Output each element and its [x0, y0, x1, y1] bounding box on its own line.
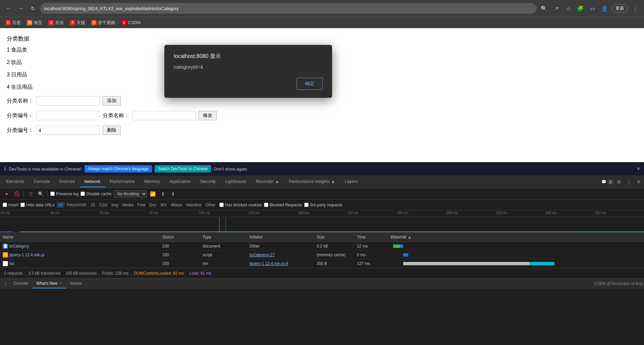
disable-cache-checkbox[interactable]: Disable cache [80, 192, 111, 196]
search-button[interactable]: 🔍 [37, 190, 45, 198]
tab-performance[interactable]: Performance [105, 176, 139, 187]
bottom-tab-whats-new[interactable]: What's New × [32, 279, 66, 288]
bookmark-button[interactable]: ☆ [564, 4, 573, 13]
filter-js[interactable]: JS [89, 202, 97, 208]
tab-perf-insights[interactable]: Performance insights ▲ [284, 176, 340, 187]
more-menu-button[interactable]: ⋮ [631, 4, 640, 13]
alert-ok-button[interactable]: 确定 [297, 78, 323, 90]
col-header-waterfall[interactable]: Waterfall ▲ [390, 235, 643, 239]
dont-show-again-link[interactable]: Don't show again [214, 166, 247, 171]
filter-font[interactable]: Font [136, 202, 147, 208]
edit-name-input[interactable] [132, 111, 196, 120]
tab-layers[interactable]: Layers [340, 176, 362, 187]
tab-console[interactable]: Console [29, 176, 54, 187]
col-header-initiator[interactable]: Initiator [250, 235, 317, 239]
record-button[interactable]: ● [3, 190, 11, 198]
filter-wasm[interactable]: Wasm [169, 202, 184, 208]
network-row-jquery[interactable]: JS jquery-1.12.4.min.js 200 script toCat… [0, 251, 644, 259]
tab-recorder[interactable]: Recorder ▲ [251, 176, 284, 187]
timeline-area[interactable]: 20 ms 40 ms 60 ms 80 ms 100 ms 120 ms 14… [0, 210, 644, 232]
invert-input[interactable] [3, 203, 7, 207]
edit-button[interactable]: 修改 [199, 111, 217, 120]
network-row-list[interactable]: list 200 xhr jquery-1.12.4.min.js:4 350 … [0, 259, 644, 268]
filter-media[interactable]: Media [120, 202, 135, 208]
tab-sources[interactable]: Sources [54, 176, 80, 187]
filter-doc[interactable]: Doc [148, 202, 158, 208]
tab-security[interactable]: Security [195, 176, 220, 187]
back-button[interactable]: ← [4, 4, 13, 13]
col-header-status[interactable]: Status [162, 235, 203, 239]
bookmark-tianmao[interactable]: 天 天猫 [67, 18, 88, 27]
account-button[interactable]: 👤 [600, 4, 609, 13]
row-initiator-list[interactable]: jquery-1.12.4.min.js:4 [250, 261, 317, 266]
invert-checkbox[interactable]: Invert [3, 203, 18, 207]
blocked-requests-checkbox[interactable]: Blocked Requests [264, 203, 302, 207]
blocked-cookies-input[interactable] [219, 203, 224, 207]
notification-close-button[interactable]: × [637, 166, 640, 172]
bookmark-suning[interactable]: 苏 苏宁易购 [89, 18, 118, 27]
preserve-log-input[interactable] [50, 192, 55, 196]
filter-css[interactable]: CSS [98, 202, 109, 208]
blocked-cookies-checkbox[interactable]: Has blocked cookies [219, 203, 262, 207]
download-button[interactable]: ⬇ [169, 190, 177, 198]
col-header-type[interactable]: Type [203, 235, 250, 239]
delete-button[interactable]: 删除 [103, 126, 121, 135]
devtools-close-button[interactable]: ✕ [635, 178, 643, 186]
disable-cache-input[interactable] [80, 192, 85, 196]
edit-id-input[interactable] [36, 111, 100, 120]
bookmark-csdn[interactable]: C CSDN [119, 19, 143, 27]
tab-network[interactable]: Network [80, 176, 105, 187]
update-button[interactable]: 更新 [612, 4, 628, 13]
address-bar[interactable]: localhost:8080/spring_0824_KTLX2_war_exp… [40, 3, 537, 14]
upload-button[interactable]: ⬆ [159, 190, 167, 198]
online-icon-btn[interactable]: 📶 [149, 190, 157, 198]
third-party-input[interactable] [304, 203, 309, 207]
network-row-tocategory[interactable]: 📄 toCategory 200 document Other 3.2 kB 1… [0, 242, 644, 251]
add-name-input[interactable] [36, 96, 100, 106]
clear-button[interactable]: 🚫 [13, 190, 21, 198]
bookmark-jd[interactable]: 京 京东 [46, 18, 66, 27]
row-initiator-tocategory: Other [250, 244, 317, 249]
extensions-button[interactable]: 🧩 [576, 4, 585, 13]
add-button[interactable]: 添加 [103, 96, 121, 106]
filter-ws[interactable]: WS [159, 202, 169, 208]
col-header-size[interactable]: Size [317, 235, 357, 239]
bottom-tabs-menu[interactable]: ⋮ [1, 279, 9, 288]
col-header-name[interactable]: Name [1, 235, 162, 239]
whats-new-close[interactable]: × [60, 281, 62, 286]
bottom-tab-console[interactable]: Console [9, 279, 32, 288]
filter-other[interactable]: Other [204, 202, 217, 208]
status-transferred: 3.5 kB transferred [28, 271, 60, 276]
share-button[interactable]: ↗ [551, 4, 561, 13]
bottom-tab-issues[interactable]: Issues [66, 279, 86, 288]
blocked-requests-input[interactable] [264, 203, 268, 207]
search-icon-btn[interactable]: 🔍 [539, 4, 549, 13]
forward-button[interactable]: → [16, 4, 25, 13]
refresh-button[interactable]: ↻ [28, 4, 38, 13]
tab-elements[interactable]: Elements [1, 176, 29, 187]
devtools-more-button[interactable]: ⋮ [625, 178, 633, 186]
network-toolbar: ● 🚫 ▽ 🔍 Preserve log Disable cache No th… [0, 188, 644, 200]
switch-chinese-button[interactable]: Switch DevTools to Chinese [155, 165, 211, 172]
match-language-button[interactable]: Always match Chrome's language [85, 165, 152, 172]
filter-manifest[interactable]: Manifest [184, 202, 203, 208]
hide-data-urls-input[interactable] [20, 203, 25, 207]
settings-button[interactable]: ⚙ [615, 178, 623, 186]
hide-data-urls-checkbox[interactable]: Hide data URLs [20, 203, 55, 207]
tab-memory[interactable]: Memory [140, 176, 165, 187]
filter-all[interactable]: All [57, 202, 64, 208]
preserve-log-checkbox[interactable]: Preserve log [50, 192, 78, 196]
row-initiator-jquery[interactable]: toCategory:27 [250, 253, 317, 257]
bookmark-baidu[interactable]: 百 百度 [3, 18, 23, 27]
throttle-select[interactable]: No throttling [114, 190, 147, 198]
sidebar-button[interactable]: ▭ [588, 4, 597, 13]
col-header-time[interactable]: Time [357, 235, 390, 239]
third-party-checkbox[interactable]: 3rd-party requests [304, 203, 342, 207]
tab-application[interactable]: Application [165, 176, 196, 187]
filter-fetch-xhr[interactable]: Fetch/XHR [65, 202, 88, 208]
delete-id-input[interactable] [36, 126, 100, 135]
filter-img[interactable]: Img [110, 202, 120, 208]
filter-button[interactable]: ▽ [26, 190, 35, 198]
bookmark-taobao[interactable]: 淘 淘宝 [24, 18, 45, 27]
tab-lighthouse[interactable]: Lighthouse [220, 176, 251, 187]
